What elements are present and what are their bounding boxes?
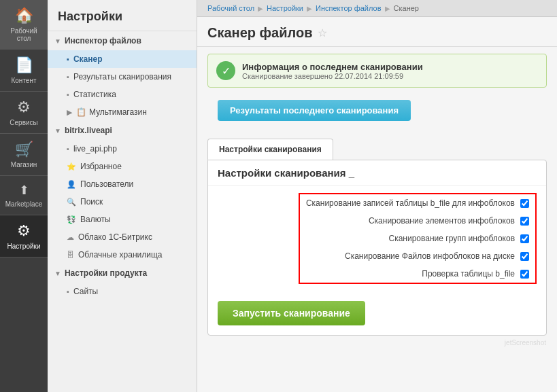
tree-item-search[interactable]: 🔍 Поиск [48,193,197,211]
scan-button[interactable]: Запустить сканирование [218,301,365,325]
checkbox-label-0: Сканирование записей таблицы b_file для … [306,198,515,208]
main-content: Настройки ▼ Инспектор файлов ▪ Сканер ▪ … [48,0,557,392]
settings-icon: ⚙ [17,222,31,240]
tree-item-label-users: Пользователи [80,179,133,189]
sidebar-item-desktop[interactable]: 🏠 Рабочий стол [0,0,48,50]
sidebar-label-shop: Магазин [11,161,37,168]
tree-item-label-cloud: Облако 1С-Битрикс [78,232,152,242]
tree-item-label-cloud-storage: Облачные хранилища [78,250,163,260]
scan-results-icon: ▪ [67,73,69,81]
settings-section-title: Настройки сканирования _ [208,160,546,186]
tree-item-currency[interactable]: 💱 Валюты [48,211,197,228]
tree-item-scan-results[interactable]: ▪ Результаты сканирования [48,68,197,86]
tree-item-label-sites: Сайты [73,287,98,296]
checkbox-label-3: Сканирование Файлов инфоблоков на диске [345,251,515,261]
tree-group-label-liveapi: bitrix.liveapi [65,126,112,135]
settings-box: Настройки сканирования _ Сканирование за… [207,160,547,336]
tree-title: Настройки [48,0,197,31]
sidebar-item-shop[interactable]: 🛒 Магазин [0,134,48,176]
checkbox-input-4[interactable] [520,270,529,279]
info-text: Информация о последнем сканировании Скан… [242,62,423,80]
tree-item-label-live-api: live_api.php [73,144,117,154]
tree-item-live-api[interactable]: ▪ live_api.php [48,140,197,158]
arrow-down-icon: ▼ [54,37,61,45]
breadcrumb-sep-1: ▶ [258,5,263,12]
breadcrumb-file-inspector[interactable]: Инспектор файлов [316,4,382,12]
cloud-icon: ☁ [67,233,74,242]
settings-box-body: Сканирование записей таблицы b_file для … [208,186,546,294]
checkbox-input-1[interactable] [520,217,529,226]
breadcrumb: Рабочий стол ▶ Настройки ▶ Инспектор фай… [197,0,557,17]
tree-item-scanner[interactable]: ▪ Сканер [48,50,197,68]
content-icon: 📄 [15,56,33,74]
tree-item-label-stats: Статистика [73,90,116,99]
marketplace-icon: ⬆ [19,183,29,198]
tree-item-label-scanner: Сканер [73,54,103,64]
checkbox-input-2[interactable] [520,234,529,243]
checkbox-highlight-group: Сканирование записей таблицы b_file для … [299,193,537,284]
sidebar: 🏠 Рабочий стол 📄 Контент ⚙ Сервисы 🛒 Маг… [0,0,48,392]
multistore-icon: ▶ [67,108,72,117]
checkbox-row-3: Сканирование Файлов инфоблоков на диске [300,247,535,265]
sidebar-item-marketplace[interactable]: ⬆ Marketplace [0,176,48,215]
sidebar-label-settings: Настройки [7,243,40,250]
tree-section-file-inspector: ▼ Инспектор файлов ▪ Сканер ▪ Результаты… [48,31,197,121]
breadcrumb-scanner: Сканер [394,4,419,12]
search-icon: 🔍 [67,198,76,207]
stats-icon: ▪ [67,90,69,99]
sidebar-item-services[interactable]: ⚙ Сервисы [0,92,48,134]
results-btn-container: Результаты последнего сканирования [197,94,557,132]
checkbox-input-0[interactable] [520,199,529,208]
currency-icon: 💱 [67,215,76,224]
tabs-container: Настройки сканирования [207,139,547,160]
tree-item-favorites[interactable]: ⭐ Избранное [48,158,197,175]
checkbox-row-2: Сканирование групп инфоблоков [300,230,535,247]
breadcrumb-desktop[interactable]: Рабочий стол [207,4,254,12]
scanner-icon: ▪ [67,55,69,63]
tree-item-sites[interactable]: ▪ Сайты [48,283,197,300]
arrow-product-icon: ▼ [54,270,61,277]
tab-settings[interactable]: Настройки сканирования [207,139,333,160]
checkbox-row-1: Сканирование элементов инфоблоков [300,212,535,230]
tree-group-file-inspector[interactable]: ▼ Инспектор файлов [48,31,197,50]
tree-section-product-settings: ▼ Настройки продукта ▪ Сайты [48,264,197,300]
checkbox-input-3[interactable] [520,252,529,261]
tree-item-label-multistore: Мультимагазин [89,107,147,117]
tree-group-label-product-settings: Настройки продукта [65,268,147,278]
tree-group-liveapi[interactable]: ▼ bitrix.liveapi [48,121,197,140]
tree-nav: Настройки ▼ Инспектор файлов ▪ Сканер ▪ … [48,0,197,392]
info-title: Информация о последнем сканировании [242,62,423,72]
tree-item-stats[interactable]: ▪ Статистика [48,86,197,103]
sidebar-item-settings[interactable]: ⚙ Настройки [0,215,48,257]
check-icon: ✓ [216,61,235,80]
checkbox-row-0: Сканирование записей таблицы b_file для … [300,194,535,212]
tree-item-cloud[interactable]: ☁ Облако 1С-Битрикс [48,228,197,246]
tree-group-product-settings[interactable]: ▼ Настройки продукта [48,264,197,283]
arrow-liveapi-icon: ▼ [54,127,61,135]
favorite-star-icon[interactable]: ☆ [318,26,327,39]
info-block: ✓ Информация о последнем сканировании Ск… [207,54,547,88]
info-subtitle: Сканирование завершено 22.07.2014 21:09:… [242,72,423,80]
sidebar-label-content: Контент [11,77,36,84]
tree-item-label-currency: Валюты [80,215,111,224]
page-header: Сканер файлов ☆ [197,17,557,47]
favorites-icon: ⭐ [67,162,76,171]
watermark: jetScreenshot [197,339,552,346]
sidebar-label-desktop: Рабочий стол [3,27,44,42]
live-api-icon: ▪ [67,145,69,153]
page-title: Сканер файлов [207,25,312,41]
home-icon: 🏠 [15,7,33,24]
results-button[interactable]: Результаты последнего сканирования [218,100,411,121]
cloud-storage-icon: 🗄 [67,251,74,259]
tree-item-label-search: Поиск [80,197,103,207]
breadcrumb-sep-3: ▶ [385,5,390,12]
tree-item-multistore[interactable]: ▶ 📋 Мультимагазин [48,103,197,121]
checkbox-label-1: Сканирование элементов инфоблоков [369,216,515,226]
sidebar-item-content[interactable]: 📄 Контент [0,50,48,92]
checkbox-row-4: Проверка таблицы b_file [300,265,535,283]
tree-item-users[interactable]: 👤 Пользователи [48,175,197,193]
tree-item-cloud-storage[interactable]: 🗄 Облачные хранилища [48,246,197,264]
checkbox-label-4: Проверка таблицы b_file [422,269,515,279]
sites-icon: ▪ [67,287,69,296]
breadcrumb-settings[interactable]: Настройки [267,4,303,12]
